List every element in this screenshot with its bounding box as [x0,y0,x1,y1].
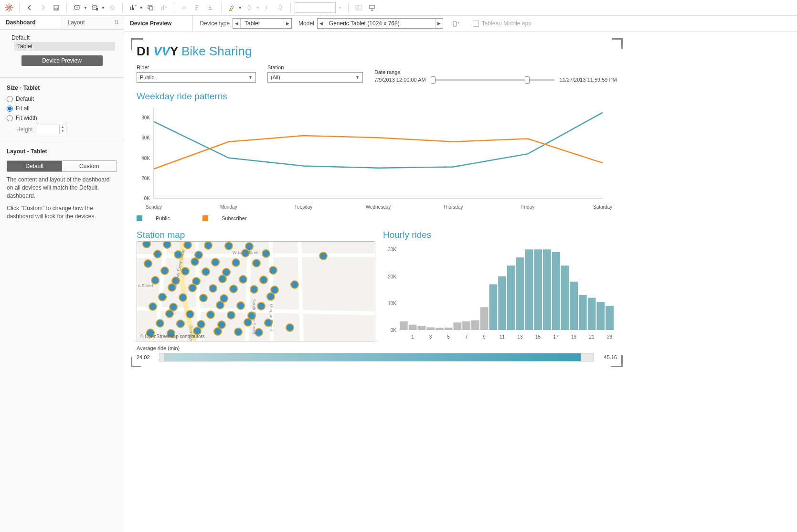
device-item-default[interactable]: Default [9,33,115,42]
svg-rect-140 [489,284,498,330]
swap-icon[interactable] [178,1,191,14]
size-radio-fitall[interactable]: Fit all [0,104,124,113]
fit-selector[interactable] [295,2,336,13]
legend-swatch-subscriber [202,215,208,221]
svg-rect-34 [453,21,457,26]
device-frame: DI VVY Bike Sharing Rider Public▼ Statio… [131,38,623,367]
svg-point-87 [257,302,265,310]
layout-toggle-default[interactable]: Default [7,161,62,171]
weekday-chart[interactable]: 0K20K40K60K80KSundayMondayTuesdayWednesd… [135,103,619,213]
svg-rect-27 [209,7,211,8]
svg-text:South State Street: South State Street [252,299,256,334]
svg-rect-20 [163,5,164,10]
svg-point-96 [227,311,235,319]
svg-rect-14 [132,5,133,10]
pause-autoupdate-button[interactable]: ▼ [88,1,105,14]
station-dropdown[interactable]: (All)▼ [267,72,363,83]
station-map-title: Station map [137,226,375,241]
device-type-label: Device type [200,20,230,27]
tab-dashboard[interactable]: Dashboard [0,16,62,29]
svg-text:3: 3 [429,334,432,340]
size-radio-fitwidth[interactable]: Fit width [0,113,124,123]
svg-text:Monday: Monday [220,204,237,210]
top-toolbar: +▼ ▼ +▼ ▼ ▼ T ▼ [0,0,797,16]
highlight-button[interactable]: ▼ [225,1,242,14]
avg-ride-label: Average ride (min) [137,345,617,351]
rider-dropdown[interactable]: Public▼ [137,72,256,83]
back-icon[interactable] [23,1,36,14]
mobile-app-checkbox[interactable] [473,21,479,27]
clear-sheet-icon[interactable] [158,1,170,14]
svg-point-73 [161,267,169,275]
svg-point-76 [237,302,244,309]
svg-text:30K: 30K [388,247,396,252]
map-credit: © OpenStreetMap contributors [140,334,205,339]
device-preview-button[interactable]: Device Preview [21,55,103,66]
svg-rect-139 [480,307,489,330]
hourly-chart[interactable]: 0K10K20K30K1357911131517192123 [383,241,617,341]
show-cards-icon[interactable] [352,1,365,14]
date-slider-handle-end[interactable] [525,76,530,84]
svg-point-85 [207,311,214,319]
layout-toggle[interactable]: Default Custom [7,160,117,172]
svg-rect-11 [96,8,97,11]
svg-rect-18 [149,7,153,10]
pin-icon[interactable] [274,1,287,14]
svg-rect-13 [130,7,131,10]
tableau-logo-icon [3,1,15,14]
svg-point-82 [260,276,267,284]
svg-rect-133 [426,327,435,330]
station-map[interactable]: W Lake StreetKennedy ExpresswaySouth Sta… [137,241,375,341]
tab-layout[interactable]: Layout [62,16,124,29]
sort-asc-icon[interactable] [191,1,204,14]
svg-rect-137 [462,321,470,330]
text-label-icon[interactable]: T [261,1,273,14]
svg-text:80K: 80K [141,115,150,120]
svg-text:19: 19 [571,334,577,340]
group-button[interactable]: ▼ [243,1,260,14]
svg-rect-153 [606,306,614,330]
svg-point-98 [149,303,157,310]
date-slider-handle-start[interactable] [431,76,436,84]
model-select[interactable]: ◀ Generic Tablet (1024 x 768) ▶ [317,18,443,29]
svg-text:Tuesday: Tuesday [294,204,312,210]
svg-rect-32 [358,5,361,10]
svg-text:40K: 40K [141,156,150,161]
device-item-tablet[interactable]: Tablet [14,42,115,51]
svg-text:Thursday: Thursday [443,204,463,210]
svg-rect-15 [133,8,134,10]
forward-icon[interactable] [37,1,49,14]
svg-point-108 [144,260,152,267]
date-slider[interactable] [431,79,555,81]
device-list: Default Tablet Device Preview [0,30,124,75]
svg-text:Wednesday: Wednesday [366,204,391,210]
svg-text:20K: 20K [388,274,396,279]
svg-text:Friday: Friday [521,204,534,210]
svg-point-89 [179,294,187,301]
refresh-icon[interactable] [106,1,118,14]
sort-desc-icon[interactable] [205,1,217,14]
svg-point-115 [192,277,200,285]
svg-point-57 [143,242,150,248]
station-label: Station [267,64,363,70]
new-sheet-button[interactable]: +▼ [127,1,143,14]
svg-point-112 [245,243,253,250]
rotate-icon[interactable] [450,17,462,30]
new-datasource-button[interactable]: +▼ [71,1,87,14]
presentation-icon[interactable] [366,1,378,14]
svg-rect-26 [209,5,210,6]
svg-point-110 [195,251,202,259]
duplicate-sheet-icon[interactable] [144,1,157,14]
svg-point-86 [232,259,240,266]
svg-rect-23 [195,9,197,10]
weekday-title: Weekday ride patterns [135,87,619,103]
save-icon[interactable] [50,1,63,14]
device-type-select[interactable]: ◀ Tablet ▶ [233,18,292,29]
layout-toggle-custom[interactable]: Custom [62,161,117,171]
svg-point-102 [250,286,258,293]
weekday-legend: Public Subscriber [135,213,619,224]
svg-rect-147 [552,252,560,330]
size-radio-default[interactable]: Default [0,94,124,104]
height-input[interactable]: ▲▼ [37,125,66,134]
svg-text:10K: 10K [388,301,396,306]
